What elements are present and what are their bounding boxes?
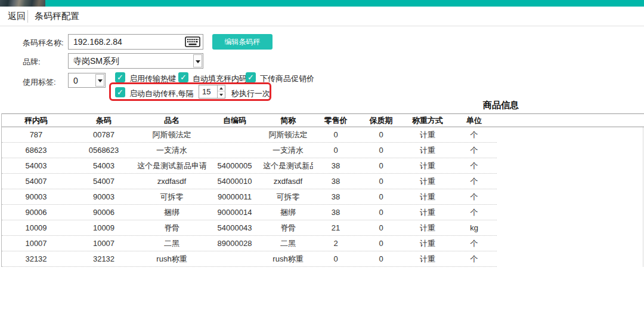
table-cell: 54003	[2, 158, 70, 173]
auto-transfer-checkbox[interactable]	[115, 87, 125, 97]
brand-value: 寺岗SM系列	[73, 54, 119, 68]
table-row[interactable]: 9000690006捆绑90000014捆绑380计重个	[2, 205, 497, 220]
table-cell: 个	[451, 236, 497, 251]
section-title: 商品信息	[459, 100, 543, 111]
auto-transfer-suffix: 秒执行一次	[231, 88, 270, 99]
table-cell: kg	[451, 220, 497, 235]
table-cell: 54000043	[206, 220, 263, 235]
table-cell	[206, 251, 263, 266]
chevron-down-icon[interactable]	[95, 74, 104, 87]
label-count-select[interactable]: 0	[68, 73, 106, 88]
table-cell: 0	[313, 143, 358, 158]
table-cell: 38	[313, 174, 358, 189]
table-cell: zxdfasdf	[263, 174, 313, 189]
table-cell: 54007	[70, 174, 137, 189]
download-promo-checkbox[interactable]	[246, 72, 256, 82]
table-cell: 阿斯顿法定	[263, 127, 313, 142]
nav-divider	[27, 10, 28, 23]
spinner-up-icon[interactable]	[218, 85, 225, 91]
table-cell: 阿斯顿法定	[137, 127, 206, 142]
header-cell: 品名	[137, 114, 206, 127]
table-cell: zxdfasdf	[137, 174, 206, 189]
interval-stepper	[217, 85, 225, 98]
table-row[interactable]: 78700787阿斯顿法定阿斯顿法定00计重个	[2, 127, 497, 143]
table-cell: 90000014	[206, 205, 263, 220]
table-cell: 计重	[404, 236, 451, 251]
keyboard-icon[interactable]	[185, 36, 200, 50]
table-cell: 个	[451, 251, 497, 266]
scale-name-label: 条码秤名称:	[23, 38, 64, 48]
table-cell: 10007	[2, 236, 70, 251]
table-cell: 可拆零	[137, 189, 206, 204]
table-cell: 计重	[404, 205, 451, 220]
table-cell: 10007	[70, 236, 137, 251]
table-cell: 787	[2, 127, 70, 142]
table-cell: 二黑	[137, 236, 206, 251]
table-cell: 90003	[2, 189, 70, 204]
brand-select[interactable]: 寺岗SM系列	[68, 53, 203, 69]
table-cell: 脊骨	[137, 220, 206, 235]
table-cell: 这个是测试新品申请	[137, 158, 206, 173]
table-row[interactable]: 686230568623一支清水一支清水00计重个	[2, 143, 497, 158]
brand-label: 品牌:	[23, 57, 41, 67]
table-cell: 个	[451, 174, 497, 189]
header-cell: 秤内码	[2, 114, 70, 127]
back-button[interactable]: 返回	[8, 7, 26, 26]
table-cell: 二黑	[263, 236, 313, 251]
table-row[interactable]: 5400754007zxdfasdf54000010zxdfasdf380计重个	[2, 174, 497, 189]
table-cell: 可拆零	[263, 189, 313, 204]
table-cell: 0	[358, 189, 404, 204]
top-accent-strip	[0, 0, 644, 7]
table-cell: 90000011	[206, 189, 263, 204]
table-body: 78700787阿斯顿法定阿斯顿法定00计重个686230568623一支清水一…	[2, 127, 643, 267]
table-cell: 计重	[404, 174, 451, 189]
table-cell: 0	[358, 143, 404, 158]
table-row[interactable]: 3213232132rush称重rush称重00计重个	[2, 251, 497, 267]
table-cell: 计重	[404, 251, 451, 266]
table-cell: 32132	[2, 251, 70, 266]
table-cell: 38	[313, 189, 358, 204]
table-row[interactable]: 5400354003这个是测试新品申请54000005这个是测试新品..380计…	[2, 158, 497, 174]
table-cell: 0	[313, 251, 358, 266]
table-cell: 2	[313, 236, 358, 251]
table-cell: 10009	[70, 220, 137, 235]
table-row[interactable]: 1000910009脊骨54000043脊骨210计重kg	[2, 220, 497, 236]
table-cell: 00787	[70, 127, 137, 142]
table-cell: 一支清水	[263, 143, 313, 158]
table-cell	[206, 127, 263, 142]
table-cell: 21	[313, 220, 358, 235]
table-cell: 90003	[70, 189, 137, 204]
edit-scale-button[interactable]: 编辑条码秤	[212, 34, 273, 50]
table-cell: 个	[451, 158, 497, 173]
table-cell: 54000010	[206, 174, 263, 189]
scale-name-input[interactable]: 192.168.2.84	[68, 34, 203, 50]
interval-value: 15	[202, 85, 210, 98]
table-cell: rush称重	[263, 251, 313, 266]
table-cell: 38	[313, 158, 358, 173]
header-cell: 条码	[70, 114, 137, 127]
table-cell: 0	[313, 127, 358, 142]
auto-fill-code-checkbox[interactable]	[178, 72, 188, 82]
chevron-down-icon[interactable]	[193, 54, 202, 67]
table-cell: 89000028	[206, 236, 263, 251]
transfer-hotkey-checkbox[interactable]	[115, 72, 125, 82]
table-cell: 一支清水	[137, 143, 206, 158]
barcode-scale-config-page: 返回 条码秤配置 条码秤名称: 192.168.2.84 编辑条码秤 品牌: 寺…	[0, 0, 644, 332]
table-cell: 10009	[2, 220, 70, 235]
header-cell: 简称	[263, 114, 313, 127]
table-cell: rush称重	[137, 251, 206, 266]
table-cell: 90006	[70, 205, 137, 220]
table-cell: 90006	[2, 205, 70, 220]
table-row[interactable]: 1000710007二黑89000028二黑20计重个	[2, 236, 497, 251]
nav-bar: 返回 条码秤配置	[0, 7, 644, 26]
header-cell: 自编码	[206, 114, 263, 127]
table-cell: 38	[313, 205, 358, 220]
table-row[interactable]: 9000390003可拆零90000011可拆零380计重个	[2, 189, 497, 205]
table-cell: 0	[358, 127, 404, 142]
table-header-row: 秤内码条码品名自编码简称零售价保质期称重方式单位	[2, 113, 644, 127]
page-title: 条码秤配置	[35, 7, 79, 26]
scale-name-value: 192.168.2.84	[73, 35, 122, 49]
table-cell: 54007	[2, 174, 70, 189]
spinner-down-icon[interactable]	[218, 92, 225, 98]
interval-input[interactable]: 15	[199, 85, 225, 99]
